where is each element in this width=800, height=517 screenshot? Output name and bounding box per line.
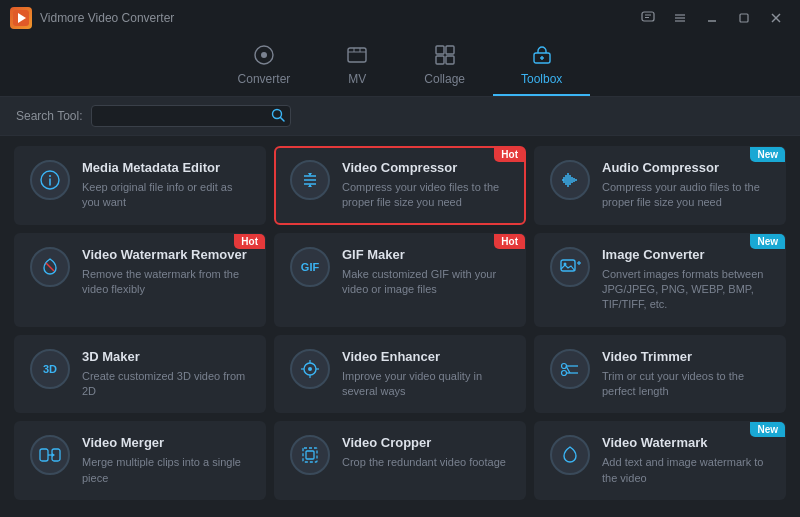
badge-hot: Hot: [234, 234, 265, 249]
tool-card-media-metadata-editor[interactable]: Media Metadata EditorKeep original file …: [14, 146, 266, 225]
tool-card-video-enhancer[interactable]: Video EnhancerImprove your video quality…: [274, 335, 526, 414]
tool-text-video-enhancer: Video EnhancerImprove your video quality…: [342, 349, 510, 400]
svg-rect-63: [306, 451, 314, 459]
tab-mv[interactable]: MV: [318, 36, 396, 96]
app-title: Vidmore Video Converter: [40, 11, 174, 25]
svg-point-53: [562, 363, 567, 368]
tool-desc-video-watermark-remover: Remove the watermark from the video flex…: [82, 267, 250, 298]
close-button[interactable]: [762, 7, 790, 29]
tool-text-3d-maker: 3D MakerCreate customized 3D video from …: [82, 349, 250, 400]
search-label: Search Tool:: [16, 109, 83, 123]
tool-name-video-cropper: Video Cropper: [342, 435, 510, 452]
tool-name-video-watermark: Video Watermark: [602, 435, 770, 452]
tool-card-video-watermark-remover[interactable]: HotVideo Watermark RemoverRemove the wat…: [14, 233, 266, 327]
svg-rect-62: [303, 448, 317, 462]
svg-rect-43: [561, 260, 575, 271]
menu-button[interactable]: [666, 7, 694, 29]
svg-line-42: [46, 263, 54, 271]
tool-icon-video-enhancer: [290, 349, 330, 389]
tool-text-video-watermark-remover: Video Watermark RemoverRemove the waterm…: [82, 247, 250, 298]
svg-rect-2: [642, 12, 654, 21]
tool-card-video-trimmer[interactable]: Video TrimmerTrim or cut your videos to …: [534, 335, 786, 414]
tool-card-gif-maker[interactable]: HotGIFGIF MakerMake customized GIF with …: [274, 233, 526, 327]
svg-rect-58: [40, 449, 48, 461]
search-input-wrap: [91, 105, 291, 127]
search-icon[interactable]: [271, 108, 285, 125]
badge-hot: Hot: [494, 234, 525, 249]
tool-card-video-merger[interactable]: Video MergerMerge multiple clips into a …: [14, 421, 266, 500]
tool-card-audio-compressor[interactable]: NewAudio CompressorCompress your audio f…: [534, 146, 786, 225]
tab-collage-label: Collage: [424, 72, 465, 86]
tool-name-video-trimmer: Video Trimmer: [602, 349, 770, 366]
svg-rect-9: [740, 14, 748, 22]
title-bar-left: Vidmore Video Converter: [10, 7, 174, 29]
app-logo: [10, 7, 32, 29]
feedback-button[interactable]: [634, 7, 662, 29]
tool-desc-3d-maker: Create customized 3D video from 2D: [82, 369, 250, 400]
tool-desc-video-watermark: Add text and image watermark to the vide…: [602, 455, 770, 486]
tab-converter[interactable]: Converter: [210, 36, 319, 96]
tool-desc-video-compressor: Compress your video files to the proper …: [342, 180, 510, 211]
badge-new: New: [750, 422, 785, 437]
tool-name-gif-maker: GIF Maker: [342, 247, 510, 264]
badge-new: New: [750, 234, 785, 249]
tool-icon-audio-compressor: [550, 160, 590, 200]
tool-desc-video-cropper: Crop the redundant video footage: [342, 455, 510, 470]
tool-text-video-watermark: Video WatermarkAdd text and image waterm…: [602, 435, 770, 486]
tool-icon-image-converter: [550, 247, 590, 287]
tool-name-video-merger: Video Merger: [82, 435, 250, 452]
tool-name-audio-compressor: Audio Compressor: [602, 160, 770, 177]
tool-icon-video-compressor: [290, 160, 330, 200]
svg-rect-18: [436, 46, 444, 54]
toolbox-icon: [531, 44, 553, 69]
nav-bar: Converter MV Collage Toolbox: [0, 36, 800, 97]
tool-desc-gif-maker: Make customized GIF with your video or i…: [342, 267, 510, 298]
tool-text-audio-compressor: Audio CompressorCompress your audio file…: [602, 160, 770, 211]
converter-icon: [253, 44, 275, 69]
tool-card-3d-maker[interactable]: 3D3D MakerCreate customized 3D video fro…: [14, 335, 266, 414]
tool-card-video-compressor[interactable]: HotVideo CompressorCompress your video f…: [274, 146, 526, 225]
tool-text-video-merger: Video MergerMerge multiple clips into a …: [82, 435, 250, 486]
tool-text-image-converter: Image ConverterConvert images formats be…: [602, 247, 770, 313]
tool-text-video-compressor: Video CompressorCompress your video file…: [342, 160, 510, 211]
tab-toolbox[interactable]: Toolbox: [493, 36, 590, 96]
tool-name-3d-maker: 3D Maker: [82, 349, 250, 366]
tab-collage[interactable]: Collage: [396, 36, 493, 96]
tool-icon-3d-maker: 3D: [30, 349, 70, 389]
tool-icon-video-watermark: [550, 435, 590, 475]
tool-name-media-metadata-editor: Media Metadata Editor: [82, 160, 250, 177]
svg-point-13: [261, 52, 267, 58]
tool-icon-gif-maker: GIF: [290, 247, 330, 287]
svg-point-48: [308, 367, 312, 371]
badge-hot: Hot: [494, 147, 525, 162]
svg-marker-61: [52, 453, 55, 457]
tool-grid: Media Metadata EditorKeep original file …: [14, 146, 786, 500]
tool-text-video-cropper: Video CropperCrop the redundant video fo…: [342, 435, 510, 470]
tab-converter-label: Converter: [238, 72, 291, 86]
tool-icon-video-watermark-remover: [30, 247, 70, 287]
tool-grid-container: Media Metadata EditorKeep original file …: [0, 136, 800, 517]
maximize-button[interactable]: [730, 7, 758, 29]
title-bar-controls: [634, 7, 790, 29]
svg-rect-20: [436, 56, 444, 64]
minimize-button[interactable]: [698, 7, 726, 29]
search-input[interactable]: [91, 105, 291, 127]
search-bar: Search Tool:: [0, 97, 800, 136]
tool-text-gif-maker: GIF MakerMake customized GIF with your v…: [342, 247, 510, 298]
tool-card-video-cropper[interactable]: Video CropperCrop the redundant video fo…: [274, 421, 526, 500]
collage-icon: [434, 44, 456, 69]
tool-card-video-watermark[interactable]: NewVideo WatermarkAdd text and image wat…: [534, 421, 786, 500]
tool-desc-media-metadata-editor: Keep original file info or edit as you w…: [82, 180, 250, 211]
tool-desc-audio-compressor: Compress your audio files to the proper …: [602, 180, 770, 211]
svg-rect-19: [446, 46, 454, 54]
tool-card-image-converter[interactable]: NewImage ConverterConvert images formats…: [534, 233, 786, 327]
svg-point-29: [49, 175, 51, 177]
title-bar: Vidmore Video Converter: [0, 0, 800, 36]
tool-desc-image-converter: Convert images formats between JPG/JPEG,…: [602, 267, 770, 313]
tool-name-video-watermark-remover: Video Watermark Remover: [82, 247, 250, 264]
tool-icon-video-merger: [30, 435, 70, 475]
tool-desc-video-merger: Merge multiple clips into a single piece: [82, 455, 250, 486]
tool-name-video-compressor: Video Compressor: [342, 160, 510, 177]
svg-line-26: [280, 117, 284, 121]
mv-icon: [346, 44, 368, 69]
